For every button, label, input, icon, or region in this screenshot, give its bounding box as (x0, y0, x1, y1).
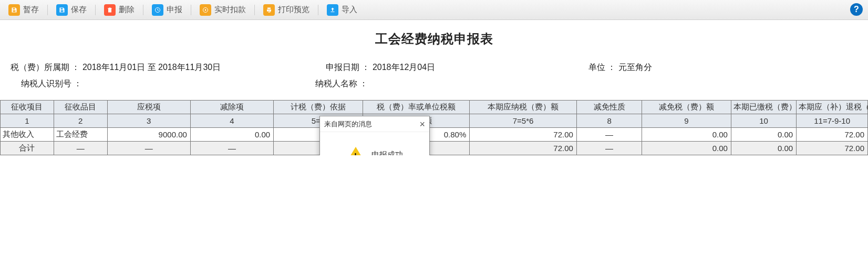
sth-3: 4 (190, 114, 273, 128)
taxpayer-name-label: 纳税人名称 ： (315, 78, 368, 89)
cell-c3[interactable]: 0.00 (190, 128, 273, 142)
print-icon (263, 4, 275, 16)
th-0: 征收项目 (1, 101, 54, 114)
realtime-deduct-icon (200, 4, 211, 16)
declare-label: 申报 (167, 5, 182, 15)
unit-label: 单位 ： (588, 62, 616, 73)
sth-0: 1 (1, 114, 54, 128)
tempsave-button[interactable]: 暂存 (5, 3, 42, 17)
sth-8: 9 (642, 114, 731, 128)
info-section: 税（费）所属期 ： 2018年11月01日 至 2018年11月30日 申报日期… (0, 62, 868, 100)
table-total-row: 合计 — — — 72.00 — 0.00 0.00 72.00 (1, 142, 868, 155)
th-2: 应税项 (107, 101, 190, 114)
cell-c8: 0.00 (642, 128, 731, 142)
unit-value: 元至角分 (618, 63, 652, 72)
separator (143, 5, 143, 15)
th-7: 减免性质 (576, 101, 642, 114)
delete-label: 删除 (119, 5, 135, 15)
total-c6: 72.00 (470, 142, 577, 155)
period-value: 2018年11月01日 至 2018年11月30日 (82, 63, 221, 72)
total-c3: — (190, 142, 273, 155)
toolbar: 暂存 保存 删除 申报 实时扣款 打印预览 (0, 0, 868, 20)
th-3: 减除项 (190, 101, 273, 114)
th-6: 本期应纳税（费）额 (470, 101, 577, 114)
dialog-title: 来自网页的消息 (324, 119, 372, 129)
sth-9: 10 (731, 114, 796, 128)
svg-marker-2 (205, 9, 206, 11)
table-row: 其他收入 工会经费 9000.00 0.00 0.80% 72.00 — 0.0… (1, 128, 868, 142)
save-icon (56, 4, 68, 16)
total-c8: 0.00 (642, 142, 731, 155)
import-icon (327, 4, 338, 16)
tempsave-icon (8, 4, 20, 16)
th-9: 本期已缴税（费）额 (731, 101, 796, 114)
declare-date-label: 申报日期 ： (326, 62, 370, 73)
print-preview-label: 打印预览 (278, 5, 309, 15)
page-title: 工会经费纳税申报表 (0, 31, 868, 47)
delete-icon (104, 4, 116, 16)
th-4: 计税（费）依据 (274, 101, 363, 114)
sth-7: 8 (576, 114, 642, 128)
tax-table: 征收项目 征收品目 应税项 减除项 计税（费）依据 税（费）率或单位税额 本期应… (0, 100, 868, 155)
sth-2: 3 (107, 114, 190, 128)
total-c2: — (107, 142, 190, 155)
taxpayer-id-label: 纳税人识别号 ： (21, 78, 82, 89)
delete-button[interactable]: 删除 (101, 3, 138, 17)
save-label: 保存 (71, 5, 87, 15)
period-label: 税（费）所属期 ： (11, 62, 80, 73)
separator (47, 5, 48, 15)
declare-button[interactable]: 申报 (149, 3, 185, 17)
cell-c2[interactable]: 9000.00 (107, 128, 190, 142)
total-c10: 72.00 (797, 142, 868, 155)
dialog-body: 申报成功 (320, 132, 429, 155)
print-preview-button[interactable]: 打印预览 (260, 3, 313, 17)
tempsave-label: 暂存 (23, 5, 39, 15)
separator (191, 5, 191, 15)
separator (318, 5, 318, 15)
warning-icon (346, 147, 365, 155)
table-header-row: 征收项目 征收品目 应税项 减除项 计税（费）依据 税（费）率或单位税额 本期应… (1, 101, 868, 114)
cell-c6: 72.00 (470, 128, 577, 142)
import-button[interactable]: 导入 (324, 3, 360, 17)
separator (95, 5, 96, 15)
sth-6: 7=5*6 (470, 114, 577, 128)
declare-icon (152, 4, 163, 16)
total-c7: — (576, 142, 642, 155)
cell-c0: 其他收入 (1, 128, 54, 142)
cell-c10: 72.00 (797, 128, 868, 142)
realtime-deduct-label: 实时扣款 (214, 5, 246, 15)
separator (254, 5, 255, 15)
cell-c7: — (576, 128, 642, 142)
declare-date-value: 2018年12月04日 (373, 63, 435, 72)
dialog-message: 申报成功 (371, 150, 403, 156)
total-c9: 0.00 (731, 142, 796, 155)
th-1: 征收品目 (54, 101, 107, 114)
sth-10: 11=7-9-10 (797, 114, 868, 128)
close-icon[interactable]: × (419, 119, 425, 129)
cell-c1: 工会经费 (54, 128, 107, 142)
table-subheader-row: 1 2 3 4 5=3 单位税额 7=5*6 8 9 10 11=7-9-10 (1, 114, 868, 128)
total-c1: — (54, 142, 107, 155)
sth-1: 2 (54, 114, 107, 128)
th-5: 税（费）率或单位税额 (363, 101, 470, 114)
cell-c9: 0.00 (731, 128, 796, 142)
save-button[interactable]: 保存 (53, 3, 90, 17)
th-8: 减免税（费）额 (642, 101, 731, 114)
dialog-header: 来自网页的消息 × (320, 116, 429, 132)
realtime-deduct-button[interactable]: 实时扣款 (197, 3, 249, 17)
import-label: 导入 (342, 5, 357, 15)
th-10: 本期应（补）退税（费）额 (797, 101, 868, 114)
total-label: 合计 (1, 142, 54, 155)
help-icon[interactable]: ? (850, 3, 863, 16)
message-dialog: 来自网页的消息 × 申报成功 确定 (319, 116, 430, 155)
